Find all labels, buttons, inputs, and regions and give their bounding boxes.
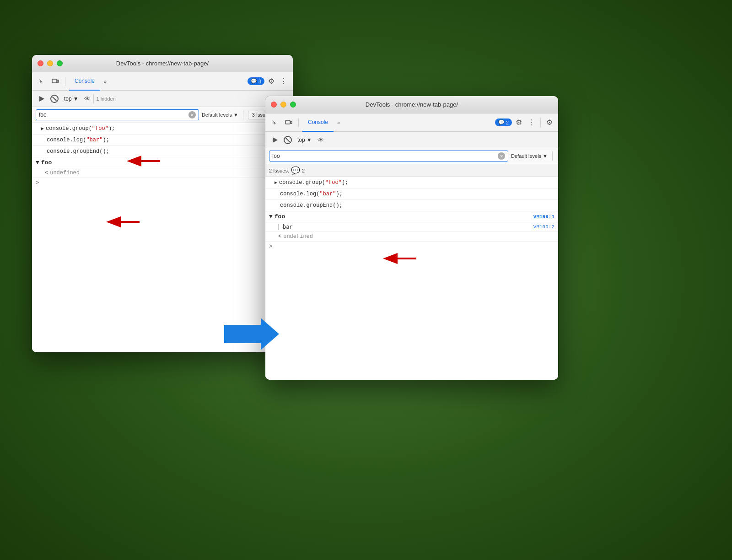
left-levels-dropdown[interactable]: Default levels ▼ bbox=[202, 112, 238, 118]
left-undefined-result: < undefined bbox=[32, 168, 293, 178]
right-group-label: foo bbox=[274, 213, 285, 220]
left-search-bar: ✕ Default levels ▼ 3 Issues: 💬 3 bbox=[32, 107, 293, 123]
right-bar-label: bar bbox=[278, 224, 293, 230]
svg-marker-3 bbox=[224, 318, 279, 350]
settings-icon-right[interactable]: ⚙ bbox=[514, 116, 524, 129]
right-title-bar: DevTools - chrome://new-tab-page/ bbox=[265, 96, 558, 113]
right-vm-ref1: VM199:1 bbox=[533, 214, 554, 220]
left-filter-bar: top ▼ 👁 1 hidden bbox=[32, 91, 293, 107]
left-group-arrow bbox=[105, 213, 142, 231]
left-code-entry-3: console.groupEnd(); bbox=[32, 146, 293, 157]
right-code-entry-2: console.log("bar"); bbox=[265, 188, 558, 200]
left-group-label: foo bbox=[41, 159, 52, 166]
settings-icon-left[interactable]: ⚙ bbox=[266, 75, 276, 87]
top-dropdown-right[interactable]: top ▼ bbox=[295, 136, 315, 144]
right-levels-dropdown[interactable]: Default levels ▼ bbox=[511, 153, 548, 159]
left-code-entry-2: console.log("bar"); bbox=[32, 135, 293, 146]
left-group-header[interactable]: ▼ foo VM111 bbox=[32, 157, 293, 168]
right-expand-triangle-1[interactable]: ▶ bbox=[274, 179, 277, 186]
minimize-button-right[interactable] bbox=[280, 102, 286, 108]
right-window-content: Console » 💬 2 ⚙ ⋮ ⚙ top ▼ 👁 bbox=[265, 113, 558, 380]
inspect-icon-right[interactable] bbox=[269, 117, 281, 129]
minimize-button-left[interactable] bbox=[47, 60, 53, 66]
block-icon-left[interactable] bbox=[50, 95, 59, 103]
left-clear-button[interactable]: ✕ bbox=[188, 111, 196, 118]
blue-arrow-right bbox=[224, 318, 279, 352]
svg-rect-4 bbox=[285, 120, 290, 124]
filter-divider-left bbox=[93, 94, 94, 103]
right-search-bar: ✕ Default levels ▼ bbox=[265, 148, 558, 164]
left-group-triangle[interactable]: ▼ bbox=[36, 159, 39, 166]
left-devtools-window: DevTools - chrome://new-tab-page/ Consol… bbox=[32, 55, 293, 352]
more-tabs-left[interactable]: » bbox=[102, 79, 108, 84]
right-vm-ref2: VM199:2 bbox=[533, 224, 554, 230]
right-devtools-window: DevTools - chrome://new-tab-page/ Consol… bbox=[265, 96, 558, 380]
svg-rect-5 bbox=[291, 121, 292, 124]
left-search-wrapper[interactable]: ✕ bbox=[36, 109, 199, 120]
right-search-wrapper[interactable]: ✕ bbox=[269, 151, 508, 162]
traffic-lights-right bbox=[271, 102, 296, 108]
svg-rect-0 bbox=[52, 79, 57, 83]
right-group-arrow bbox=[382, 249, 419, 268]
device-icon-right[interactable] bbox=[283, 117, 295, 129]
right-code-entry-1: ▶ console.group("foo"); bbox=[265, 177, 558, 188]
right-issues-count: 2 bbox=[302, 168, 305, 173]
right-undefined-label: undefined bbox=[283, 233, 313, 240]
right-undefined-result: < undefined bbox=[265, 232, 558, 242]
more-tabs-right[interactable]: » bbox=[335, 120, 342, 125]
right-clear-button[interactable]: ✕ bbox=[498, 152, 505, 160]
right-code-entry-3: console.groupEnd(); bbox=[265, 200, 558, 211]
left-main-toolbar: Console » 💬 3 ⚙ ⋮ bbox=[32, 72, 293, 91]
traffic-lights-left bbox=[38, 60, 63, 66]
run-icon-left[interactable] bbox=[36, 93, 48, 105]
eye-icon-left[interactable]: 👁 bbox=[84, 95, 91, 102]
close-button-right[interactable] bbox=[271, 102, 277, 108]
block-icon-right[interactable] bbox=[284, 136, 292, 144]
inspect-icon[interactable] bbox=[36, 75, 48, 87]
left-search-input[interactable] bbox=[39, 112, 187, 118]
chat-icon-right: 💬 bbox=[498, 119, 505, 125]
left-undefined-label: undefined bbox=[50, 170, 80, 176]
badge-count-left: 3 bbox=[258, 79, 261, 84]
right-issues-bar: 2 Issues: 💬 2 bbox=[265, 164, 558, 177]
console-tab-right[interactable]: Console bbox=[302, 113, 334, 132]
console-settings-right[interactable]: ⚙ bbox=[544, 116, 554, 129]
toolbar-sep-right-2 bbox=[540, 118, 541, 127]
left-code-entry-1: ▶ console.group("foo"); bbox=[32, 123, 293, 135]
chat-icon-left: 💬 bbox=[251, 78, 257, 84]
toolbar-sep-1 bbox=[65, 77, 65, 86]
left-title-bar: DevTools - chrome://new-tab-page/ bbox=[32, 55, 293, 72]
eye-icon-right[interactable]: 👁 bbox=[318, 136, 324, 144]
right-main-toolbar: Console » 💬 2 ⚙ ⋮ ⚙ bbox=[265, 113, 558, 132]
svg-rect-1 bbox=[57, 80, 59, 82]
search-sep-left bbox=[243, 110, 243, 119]
right-group-header[interactable]: ▼ foo VM199:1 bbox=[265, 211, 558, 222]
badge-count-right: 2 bbox=[506, 120, 509, 125]
run-icon-right[interactable] bbox=[269, 134, 281, 146]
svg-marker-2 bbox=[39, 96, 44, 102]
right-group-triangle[interactable]: ▼ bbox=[269, 213, 273, 220]
maximize-button-left[interactable] bbox=[57, 60, 63, 66]
top-dropdown-left[interactable]: top ▼ bbox=[61, 95, 81, 103]
device-icon[interactable] bbox=[49, 75, 61, 87]
console-tab-left[interactable]: Console bbox=[69, 72, 100, 91]
maximize-button-right[interactable] bbox=[290, 102, 296, 108]
right-bar-entry: bar VM199:2 bbox=[265, 222, 558, 232]
message-badge-left[interactable]: 💬 3 bbox=[248, 77, 264, 85]
left-expand-triangle-1[interactable]: ▶ bbox=[41, 125, 44, 132]
left-window-content: Console » 💬 3 ⚙ ⋮ top ▼ 👁 1 bbox=[32, 72, 293, 352]
right-window-title: DevTools - chrome://new-tab-page/ bbox=[366, 101, 458, 108]
right-issues-label: 2 Issues: bbox=[269, 168, 289, 173]
left-search-arrow bbox=[126, 152, 162, 170]
message-badge-right[interactable]: 💬 2 bbox=[495, 118, 512, 126]
search-sep-right bbox=[552, 151, 553, 161]
more-options-right[interactable]: ⋮ bbox=[526, 116, 537, 129]
left-prompt[interactable]: > bbox=[32, 178, 293, 188]
right-filter-bar: top ▼ 👁 bbox=[265, 132, 558, 148]
more-options-left[interactable]: ⋮ bbox=[278, 75, 289, 87]
svg-marker-6 bbox=[273, 137, 278, 143]
left-window-title: DevTools - chrome://new-tab-page/ bbox=[116, 60, 209, 67]
close-button-left[interactable] bbox=[38, 60, 43, 66]
toolbar-sep-right bbox=[298, 118, 299, 127]
right-search-input[interactable] bbox=[272, 153, 496, 159]
